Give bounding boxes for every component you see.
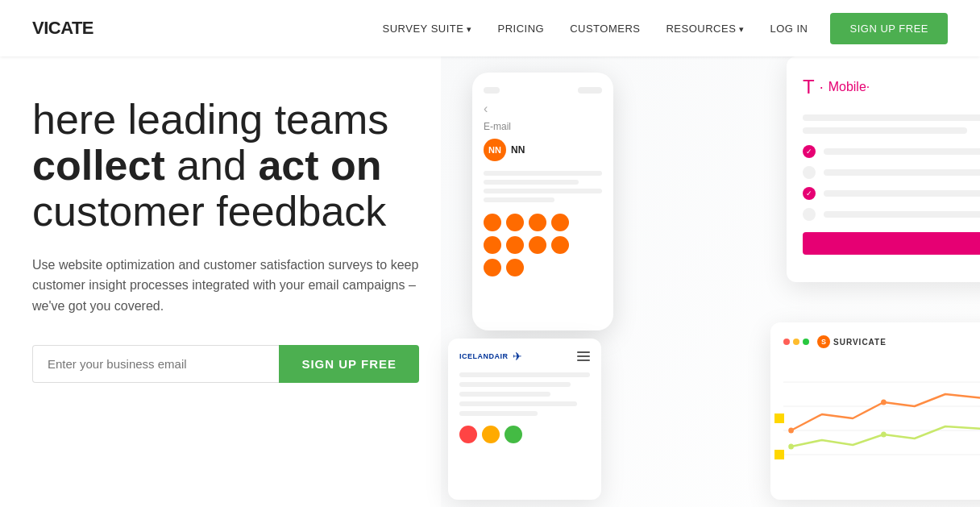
chart-svg	[783, 358, 980, 463]
tmobile-card: T · Mobile· ✓ ✓	[787, 56, 980, 282]
tmobile-option-4	[803, 208, 980, 221]
close-dot	[783, 339, 790, 345]
tmobile-option-text-4	[824, 211, 980, 218]
nav-item-resources[interactable]: RESOURCES	[656, 21, 754, 35]
tmobile-option-text-2	[824, 169, 980, 176]
nav-link-login[interactable]: LOG IN	[760, 18, 817, 39]
tmobile-content-lines	[803, 114, 980, 134]
navigation: VICATE SURVEY SUITE PRICING CUSTOMERS RE…	[0, 0, 980, 56]
chart-dot-orange-2	[881, 400, 887, 405]
headline-and: and	[165, 142, 259, 189]
yellow-indicator-2	[774, 450, 784, 459]
tmobile-check-inactive-1	[803, 166, 816, 179]
icelandair-menu-icon[interactable]	[577, 351, 590, 361]
survicate-icon: S	[817, 335, 830, 348]
chart-dot-green-2	[881, 432, 887, 438]
chart-dot-orange-1	[788, 428, 794, 434]
nav-item-pricing[interactable]: PRICING	[488, 21, 554, 35]
tmobile-check-inactive-2	[803, 208, 816, 221]
menu-bar-3	[577, 359, 590, 361]
hero-section: here leading teams collect and act on cu…	[0, 56, 980, 507]
analytics-header: S SURVICATE	[783, 335, 980, 348]
tmobile-line-2	[803, 127, 967, 134]
survicate-brand-text: SURVICATE	[833, 338, 887, 347]
analytics-brand: S SURVICATE	[817, 335, 887, 348]
nav-link-customers[interactable]: CUSTOMERS	[560, 18, 650, 39]
tmobile-line-1	[803, 114, 980, 121]
signup-form: SIGN UP FREE	[32, 345, 419, 383]
tmobile-check-active-2: ✓	[803, 187, 816, 200]
minimize-dot	[793, 339, 799, 345]
chart-dot-green-1	[788, 444, 794, 450]
phone-status-right	[578, 87, 602, 94]
headline-line1: here leading teams	[32, 96, 388, 143]
hero-content: here leading teams collect and act on cu…	[0, 56, 539, 507]
maximize-dot	[803, 339, 809, 345]
signup-button[interactable]: SIGN UP FREE	[279, 345, 419, 383]
email-input[interactable]	[32, 345, 279, 383]
yellow-indicator-1	[774, 413, 784, 423]
menu-bar-2	[577, 355, 590, 357]
tmobile-brand-name: Mobile·	[828, 80, 870, 94]
chart-line-green	[791, 426, 980, 447]
nav-item-signup[interactable]: SIGN UP FREE	[824, 21, 948, 35]
nav-signup-button[interactable]: SIGN UP FREE	[830, 13, 948, 44]
nav-link-pricing[interactable]: PRICING	[488, 18, 554, 39]
menu-bar-1	[577, 351, 590, 353]
headline-lect: lect	[93, 142, 165, 189]
brand-logo[interactable]: VICATE	[32, 18, 93, 39]
headline-stomer: stomer feedback	[77, 188, 386, 235]
dot-8	[551, 236, 569, 254]
hero-subtext: Use website optimization and customer sa…	[32, 255, 427, 317]
tmobile-option-2	[803, 166, 980, 179]
tmobile-option-3: ✓	[803, 187, 980, 200]
tmobile-option-1: ✓	[803, 145, 980, 158]
tmobile-separator: ·	[820, 79, 824, 96]
nav-item-survey-suite[interactable]: SURVEY SUITE	[373, 21, 482, 35]
chart-line-orange	[791, 394, 980, 430]
nav-links: SURVEY SUITE PRICING CUSTOMERS RESOURCES…	[373, 21, 948, 35]
tmobile-t: T	[803, 76, 815, 98]
window-controls	[783, 339, 809, 345]
analytics-card: S SURVICATE	[770, 322, 980, 500]
nav-link-survey-suite[interactable]: SURVEY SUITE	[373, 18, 482, 39]
nav-link-resources[interactable]: RESOURCES	[656, 18, 754, 39]
tmobile-logo: T · Mobile·	[803, 76, 980, 98]
tmobile-option-text-3	[824, 190, 980, 197]
dot-4	[551, 214, 569, 231]
headline-collect: col	[32, 142, 93, 189]
headline-act-on: act on	[258, 142, 381, 189]
headline-cu: cu	[32, 188, 77, 235]
tmobile-option-text-1	[824, 148, 980, 155]
nav-item-login[interactable]: LOG IN	[760, 21, 817, 35]
tmobile-submit-btn	[803, 232, 980, 255]
hero-headline: here leading teams collect and act on cu…	[32, 97, 539, 235]
tmobile-options: ✓ ✓	[803, 145, 980, 221]
analytics-chart	[783, 358, 980, 463]
tmobile-check-active-1: ✓	[803, 145, 816, 158]
nav-item-customers[interactable]: CUSTOMERS	[560, 21, 650, 35]
